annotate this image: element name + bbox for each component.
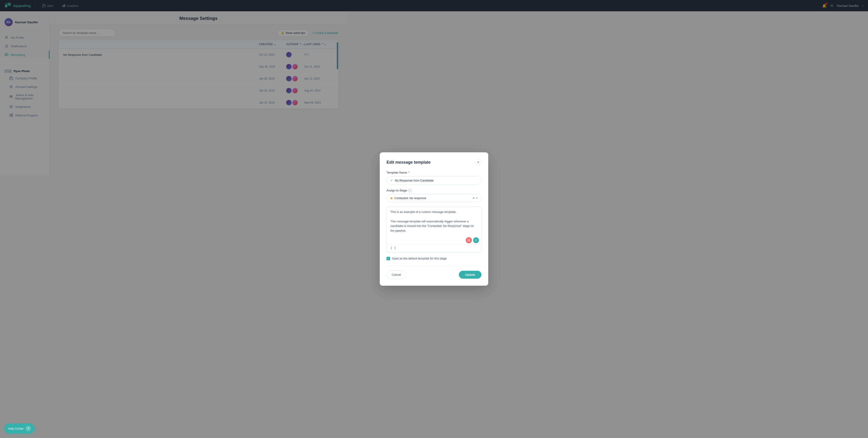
modal-overlay[interactable]: Edit message template ✕ Template Name * … [0,0,347,176]
